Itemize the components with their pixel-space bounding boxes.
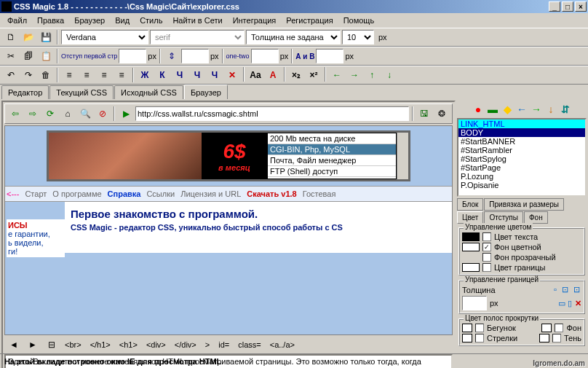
right-tool-button[interactable]: ⇵ (559, 103, 572, 116)
menu-Правка[interactable]: Правка (33, 15, 68, 26)
html-tag-button[interactable]: <div> (144, 340, 168, 349)
scrollbar[interactable] (397, 133, 408, 179)
back-button[interactable]: ⇦ (7, 106, 23, 122)
forward-button[interactable]: ⇨ (25, 106, 41, 122)
tree-item[interactable]: #StartBANNER (458, 137, 585, 146)
menu-Найти в Сети[interactable]: Найти в Сети (168, 15, 226, 26)
selector-tree[interactable]: LINK_HTMLBODY#StartBANNER#StartRambler#S… (457, 118, 587, 197)
prop-tab[interactable]: Цвет (457, 211, 483, 224)
go-button[interactable]: ▶ (118, 106, 134, 122)
open-button[interactable]: 📂 (20, 29, 36, 45)
generic-family-select[interactable]: serif (150, 30, 245, 44)
refresh-button[interactable]: ⟳ (42, 106, 58, 122)
html-tag-button[interactable]: </div> (172, 340, 199, 349)
prop-tab[interactable]: Привязка и размеры (484, 198, 564, 211)
paste-button[interactable]: 📋 (38, 48, 54, 64)
next-button[interactable]: ► (25, 337, 41, 353)
prev-button[interactable]: ◄ (6, 337, 22, 353)
tree-item[interactable]: BODY (458, 128, 585, 137)
tree-item[interactable]: #StartPage (458, 163, 585, 172)
align-left-button[interactable]: ≡ (61, 67, 77, 83)
html-tag-button[interactable]: <h1> (117, 340, 140, 349)
format-button[interactable]: Ч (207, 67, 223, 83)
nav-link[interactable]: Ссылки (146, 189, 175, 198)
clear-button[interactable]: 🗑 (38, 67, 54, 83)
format-button[interactable]: → (346, 67, 362, 83)
html-tag-button[interactable]: > (203, 340, 212, 349)
right-tool-button[interactable]: ↓ (544, 103, 557, 116)
copy-button[interactable]: 🗐 (20, 48, 36, 64)
border-side-icons[interactable]: ▭ ▯ (558, 299, 572, 308)
checkbox[interactable] (482, 232, 491, 241)
menu-Стиль[interactable]: Стиль (135, 15, 167, 26)
format-button[interactable]: Ч (172, 67, 188, 83)
format-button[interactable]: ✕ (224, 67, 240, 83)
menu-Браузер[interactable]: Браузер (70, 15, 109, 26)
bg-swatch[interactable] (541, 324, 552, 332)
font-family-select[interactable]: Verdana (61, 30, 148, 44)
align-right-button[interactable]: ≡ (96, 67, 112, 83)
minimize-button[interactable]: _ (549, 1, 560, 12)
thickness-select[interactable]: Толщина не задана (246, 30, 341, 44)
tab-Исходный CSS[interactable]: Исходный CSS (114, 85, 183, 99)
nav-link[interactable]: Гостевая (303, 189, 336, 198)
line-height-icon[interactable]: ⇕ (164, 48, 180, 64)
new-button[interactable]: 🗋 (3, 29, 19, 45)
border-style-icons[interactable]: ▫ ⊡ ⊡ (554, 285, 581, 294)
align-center-button[interactable]: ≡ (79, 67, 95, 83)
align-justify-button[interactable]: ≡ (114, 67, 130, 83)
format-button[interactable]: ↑ (364, 67, 380, 83)
checkbox[interactable] (482, 263, 491, 272)
banner-item[interactable]: CGI-BIN, Php, MySQL (268, 144, 396, 155)
html-tag-button[interactable]: <a../a> (268, 340, 297, 349)
tree-item[interactable]: LINK_HTML (458, 120, 585, 128)
banner-item[interactable]: Почта, Файл менеджер (268, 155, 396, 166)
tab-Редактор[interactable]: Редактор (1, 85, 49, 99)
format-button[interactable]: ×₂ (288, 67, 304, 83)
right-tool-button[interactable]: ◆ (501, 103, 514, 116)
menu-Вид[interactable]: Вид (111, 15, 134, 26)
menu-Файл[interactable]: Файл (3, 15, 31, 26)
checkbox[interactable] (475, 334, 484, 342)
border-color-swatch[interactable] (462, 263, 480, 272)
right-tool-button[interactable]: → (530, 103, 543, 116)
menu-Регистрация[interactable]: Регистрация (282, 15, 337, 26)
tree-item[interactable]: #StartRambler (458, 146, 585, 154)
search-button[interactable]: 🔍 (77, 106, 93, 122)
nav-link[interactable]: О программе (52, 189, 101, 198)
close-button[interactable]: × (575, 1, 587, 12)
cut-button[interactable]: ✂ (3, 48, 19, 64)
prop-tab[interactable]: Отступы (484, 211, 523, 224)
tree-item[interactable]: P.Opisanie (458, 181, 585, 189)
right-tool-button[interactable]: ▬ (486, 103, 499, 116)
menu-Помощь[interactable]: Помощь (339, 15, 379, 26)
arrow-swatch[interactable] (462, 334, 472, 342)
prop-tab[interactable]: Фон (524, 211, 548, 224)
html-tag-button[interactable]: class= (236, 340, 263, 349)
collapse-button[interactable]: ⊟ (44, 337, 60, 353)
save-page-button[interactable]: 🖫 (416, 106, 432, 122)
nav-link[interactable]: Старт (25, 189, 47, 198)
format-button[interactable]: ↓ (381, 67, 397, 83)
banner-item[interactable]: FTP (Shell) доступ (268, 166, 396, 177)
html-tag-button[interactable]: id= (216, 340, 231, 349)
html-tag-button[interactable]: </h1> (88, 340, 113, 349)
bg-color-swatch[interactable] (462, 243, 480, 251)
redo-button[interactable]: ↷ (20, 67, 36, 83)
menu-Интеграция[interactable]: Интеграция (229, 15, 281, 26)
undo-button[interactable]: ↶ (3, 67, 19, 83)
stop-button[interactable]: ⊘ (95, 106, 111, 122)
home-button[interactable]: ⌂ (60, 106, 76, 122)
maximize-button[interactable]: □ (562, 1, 573, 12)
prop-tab[interactable]: Блок (457, 198, 483, 211)
address-input[interactable] (135, 106, 409, 121)
tab-Текущий CSS[interactable]: Текущий CSS (49, 85, 114, 99)
checkbox[interactable] (482, 253, 491, 262)
html-tag-button[interactable]: <br> (63, 340, 84, 349)
size-select[interactable]: 10 (342, 30, 374, 44)
lineheight-input[interactable] (181, 49, 209, 63)
text-color-swatch[interactable] (462, 232, 480, 241)
word-spacing-input[interactable] (251, 49, 279, 63)
format-button[interactable]: К (154, 67, 170, 83)
border-width-input[interactable] (462, 296, 487, 310)
